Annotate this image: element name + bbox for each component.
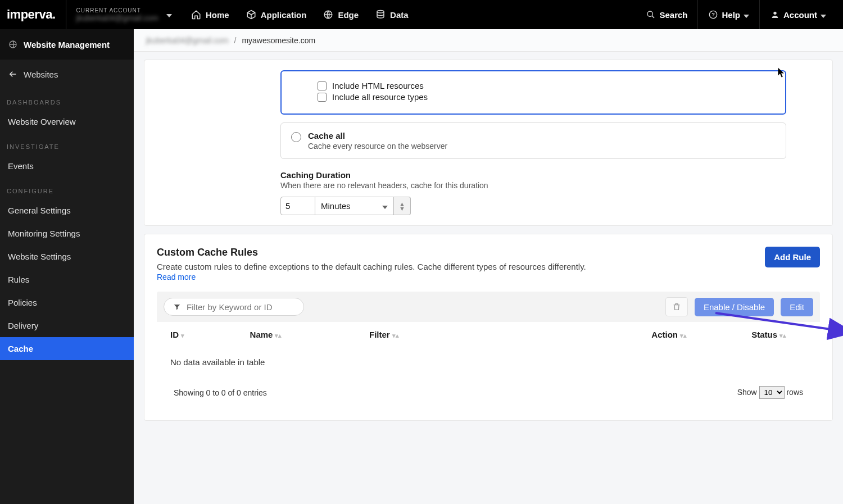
nav-home[interactable]: Home — [191, 10, 229, 20]
account-value: jkuberka04@gmail.com — [76, 13, 159, 22]
home-icon — [191, 10, 201, 20]
duration-unit-select[interactable]: Minutes — [315, 197, 394, 215]
main-content: jkuberka04@gmail.com / myawesomesite.com… — [134, 29, 843, 504]
breadcrumb: jkuberka04@gmail.com / myawesomesite.com — [134, 29, 843, 52]
breadcrumb-site[interactable]: myawesomesite.com — [242, 36, 315, 45]
svg-point-2 — [647, 11, 652, 16]
nav-application-label: Application — [261, 10, 307, 20]
sidebar-item-general[interactable]: General Settings — [0, 199, 134, 222]
nav-edge-label: Edge — [338, 10, 359, 20]
table-footer: Showing 0 to 0 of 0 entries Show 10 rows — [157, 377, 820, 408]
user-icon — [770, 10, 780, 20]
brand-logo: imperva. — [7, 0, 66, 29]
chevron-down-icon — [744, 10, 749, 20]
nav-data[interactable]: Data — [375, 10, 409, 20]
empty-message: No data available in table — [157, 347, 820, 377]
checkbox-include-html-input[interactable] — [318, 81, 327, 90]
section-dashboards: DASHBOARDS — [0, 89, 134, 110]
account-switcher[interactable]: CURRENT ACCOUNT jkuberka04@gmail.com — [66, 0, 169, 29]
sidebar-title-text: Website Management — [24, 40, 110, 49]
page-size-select[interactable]: 10 — [759, 386, 785, 399]
nav-edge[interactable]: Edge — [323, 10, 359, 20]
col-status[interactable]: Status▾▴ — [720, 322, 820, 347]
sort-icon: ▾ — [181, 332, 184, 339]
filter-input[interactable] — [187, 302, 296, 312]
checkbox-include-html-label: Include HTML resources — [332, 81, 424, 90]
duration-unit-label: Minutes — [321, 201, 351, 211]
checkbox-include-all-input[interactable] — [318, 93, 327, 102]
custom-cache-rules-panel: Custom Cache Rules Create custom rules t… — [144, 234, 833, 421]
sidebar-item-policies[interactable]: Policies — [0, 291, 134, 314]
sort-icon: ▾▴ — [392, 332, 399, 339]
nav-data-label: Data — [390, 10, 409, 20]
caching-duration: Caching Duration When there are no relev… — [280, 170, 786, 215]
globe-icon — [323, 10, 333, 20]
help-menu[interactable]: ? Help — [697, 0, 759, 29]
delete-button[interactable] — [665, 297, 688, 316]
selected-cache-mode: Include HTML resources Include all resou… — [280, 70, 786, 115]
sidebar-item-cache[interactable]: Cache — [0, 337, 134, 360]
checkbox-include-html[interactable]: Include HTML resources — [318, 81, 775, 90]
brand-text: imperva — [7, 7, 52, 22]
sidebar-item-overview[interactable]: Website Overview — [0, 110, 134, 133]
sidebar-item-monitoring[interactable]: Monitoring Settings — [0, 222, 134, 245]
top-nav: Home Application Edge Data — [191, 10, 409, 20]
add-rule-button[interactable]: Add Rule — [765, 247, 820, 267]
sidebar-item-delivery[interactable]: Delivery — [0, 314, 134, 337]
search-label: Search — [659, 10, 687, 20]
globe-icon — [8, 39, 18, 49]
sidebar-item-website[interactable]: Website Settings — [0, 245, 134, 268]
section-configure: CONFIGURE — [0, 178, 134, 199]
sort-icon: ▾▴ — [779, 332, 786, 339]
breadcrumb-account[interactable]: jkuberka04@gmail.com — [146, 36, 229, 45]
custom-rules-heading: Custom Cache Rules — [157, 247, 586, 258]
svg-point-5 — [773, 12, 776, 15]
trash-icon — [672, 302, 682, 312]
nav-home-label: Home — [206, 10, 229, 20]
svg-point-1 — [377, 11, 384, 13]
custom-rules-desc: Create custom rules to define exceptions… — [157, 262, 586, 271]
search-icon — [646, 10, 656, 20]
nav-application[interactable]: Application — [246, 10, 307, 20]
filter-search[interactable] — [164, 298, 304, 316]
arrow-left-icon — [8, 69, 18, 79]
col-id[interactable]: ID▾ — [157, 322, 237, 347]
caching-duration-desc: When there are no relevant headers, cach… — [280, 181, 786, 190]
topbar-right: Search ? Help Account — [636, 0, 836, 29]
help-label: Help — [722, 10, 740, 20]
svg-text:?: ? — [712, 12, 715, 17]
topbar: imperva. CURRENT ACCOUNT jkuberka04@gmai… — [0, 0, 843, 29]
col-filter[interactable]: Filter▾▴ — [356, 322, 588, 347]
radio-cache-all[interactable]: Cache all Cache every resource on the we… — [280, 122, 786, 159]
cache-mode-panel: Include HTML resources Include all resou… — [144, 60, 833, 226]
page-size-control: Show 10 rows — [737, 386, 803, 399]
sort-icon: ▾▴ — [275, 332, 282, 339]
showing-text: Showing 0 to 0 of 0 entries — [174, 388, 267, 397]
duration-value-input[interactable] — [280, 197, 315, 215]
account-label: CURRENT ACCOUNT — [76, 7, 159, 13]
col-name[interactable]: Name▾▴ — [237, 322, 356, 347]
radio-cache-all-desc: Cache every resource on the webserver — [308, 142, 447, 151]
filter-icon — [172, 302, 182, 312]
col-action[interactable]: Action▾▴ — [588, 322, 720, 347]
sidebar-item-rules[interactable]: Rules — [0, 268, 134, 291]
checkbox-include-all-label: Include all resource types — [332, 92, 428, 102]
duration-stepper[interactable]: ▲▼ — [394, 197, 411, 215]
stepper-icon: ▲▼ — [399, 202, 405, 211]
back-websites[interactable]: Websites — [0, 60, 134, 89]
edit-button[interactable]: Edit — [781, 298, 813, 316]
checkbox-include-all[interactable]: Include all resource types — [318, 92, 775, 102]
read-more-link[interactable]: Read more — [157, 273, 196, 281]
rows-label: rows — [786, 388, 803, 397]
chevron-down-icon — [166, 10, 172, 19]
sidebar-item-events[interactable]: Events — [0, 155, 134, 178]
sidebar-title: Website Management — [0, 29, 134, 60]
account-menu[interactable]: Account — [759, 0, 836, 29]
search-button[interactable]: Search — [636, 0, 697, 29]
rules-table: ID▾ Name▾▴ Filter▾▴ Action▾▴ Status▾▴ No… — [157, 322, 820, 377]
enable-disable-button[interactable]: Enable / Disable — [695, 298, 774, 316]
help-icon: ? — [708, 10, 718, 20]
radio-cache-all-input[interactable] — [291, 132, 301, 142]
chevron-down-icon — [382, 201, 388, 211]
caching-duration-title: Caching Duration — [280, 170, 786, 180]
